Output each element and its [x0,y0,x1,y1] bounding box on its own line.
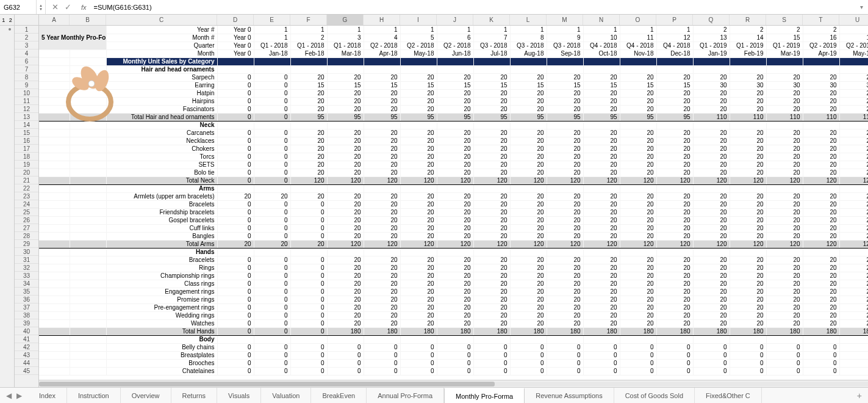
blank[interactable] [70,327,106,335]
item-value[interactable]: 20 [547,200,583,208]
item-value[interactable]: 15 [400,81,437,89]
item-value[interactable]: 20 [473,161,510,169]
item-value[interactable]: 20 [693,169,730,176]
item-value[interactable]: 20 [693,153,730,161]
item-value[interactable]: 20 [437,319,473,327]
monthnum-val[interactable]: 17 [839,34,868,42]
item-value[interactable]: 20 [327,200,364,208]
item-value[interactable]: 20 [327,303,364,311]
item-value[interactable]: 20 [364,89,400,97]
item-value[interactable]: 0 [327,343,364,351]
monthnum-val[interactable]: 2 [290,34,327,42]
total-value[interactable]: 95 [437,113,473,121]
blank[interactable] [39,137,70,145]
year-val[interactable]: 1 [437,26,473,34]
item-value[interactable]: 0 [656,367,693,375]
blank[interactable] [656,65,693,73]
item-value[interactable]: 20 [473,232,510,240]
blank[interactable] [70,192,106,200]
item-value[interactable]: 20 [437,256,473,264]
item-value[interactable]: 15 [473,81,510,89]
blank[interactable] [39,224,70,232]
col-header-C[interactable]: C [106,15,217,25]
item-value[interactable]: 20 [547,232,583,240]
quarter-val[interactable]: Q2 - 2018 [437,42,473,49]
row-header-21[interactable]: 21 [15,176,38,184]
item-value[interactable]: 0 [254,296,290,303]
total-value[interactable]: 120 [583,176,620,184]
blank[interactable] [583,184,620,192]
blank[interactable] [70,169,106,176]
item-value[interactable]: 20 [839,232,868,240]
blank[interactable] [217,65,254,73]
item-value[interactable]: 20 [766,208,803,216]
item-value[interactable]: 0 [364,343,400,351]
sheet-tab[interactable]: Returns [171,388,218,403]
blank[interactable] [583,65,620,73]
item-value[interactable]: 20 [364,288,400,296]
total-value[interactable]: 95 [290,113,327,121]
total-value[interactable]: 180 [364,327,400,335]
item-value[interactable]: 20 [510,153,547,161]
item-value[interactable]: 0 [547,367,583,375]
blank[interactable] [693,65,730,73]
item-value[interactable]: 20 [547,303,583,311]
item-value[interactable]: 20 [656,311,693,319]
blank[interactable] [583,121,620,129]
item-value[interactable]: 20 [730,288,766,296]
blank[interactable] [766,121,803,129]
col-header-A[interactable]: A [39,15,70,25]
blank[interactable] [803,248,839,256]
accept-icon[interactable]: ✓ [65,2,71,12]
item-value[interactable]: 20 [656,224,693,232]
col-header-T[interactable]: T [803,15,839,25]
item-value[interactable]: 20 [839,137,868,145]
item-value[interactable]: 0 [620,343,656,351]
item-value[interactable]: 20 [290,129,327,137]
item-label[interactable]: Bolo tie [106,169,217,176]
item-value[interactable]: 0 [656,343,693,351]
blank[interactable] [70,280,106,288]
item-value[interactable]: 20 [547,161,583,169]
total-value[interactable]: 120 [656,176,693,184]
item-label[interactable]: Chokers [106,145,217,153]
item-value[interactable]: 0 [217,81,254,89]
quarter-val[interactable]: Q4 - 2018 [583,42,620,49]
item-value[interactable]: 0 [254,89,290,97]
item-value[interactable]: 20 [620,216,656,224]
item-value[interactable]: 20 [766,97,803,105]
total-value[interactable]: 0 [254,113,290,121]
item-value[interactable]: 20 [693,319,730,327]
item-label[interactable]: Championship rings [106,272,217,280]
quarter-val[interactable]: Q1 - 2018 [327,42,364,49]
month-val[interactable]: Jan-18 [254,49,290,57]
total-value[interactable]: 120 [839,176,868,184]
blank[interactable] [583,248,620,256]
item-value[interactable]: 0 [254,200,290,208]
item-value[interactable]: 20 [437,224,473,232]
total-value[interactable]: 20 [217,240,254,248]
item-value[interactable]: 20 [254,192,290,200]
item-value[interactable]: 20 [730,129,766,137]
blank[interactable] [39,272,70,280]
sheet-tab[interactable]: Overview [121,388,171,403]
item-value[interactable]: 30 [766,81,803,89]
total-value[interactable]: 120 [766,176,803,184]
item-value[interactable]: 20 [730,97,766,105]
item-value[interactable]: 0 [217,359,254,367]
item-value[interactable]: 20 [620,232,656,240]
item-value[interactable]: 20 [730,200,766,208]
item-value[interactable]: 0 [290,351,327,359]
item-value[interactable]: 20 [547,216,583,224]
item-value[interactable]: 20 [327,169,364,176]
blank[interactable] [473,184,510,192]
item-value[interactable]: 20 [547,129,583,137]
sheet-tab[interactable]: Annual Pro-Forma [367,388,444,403]
item-value[interactable]: 20 [327,89,364,97]
item-value[interactable]: 20 [510,129,547,137]
item-value[interactable]: 20 [437,161,473,169]
item-value[interactable]: 20 [656,303,693,311]
item-value[interactable]: 20 [437,73,473,81]
blank[interactable] [39,216,70,224]
item-value[interactable]: 20 [290,105,327,113]
